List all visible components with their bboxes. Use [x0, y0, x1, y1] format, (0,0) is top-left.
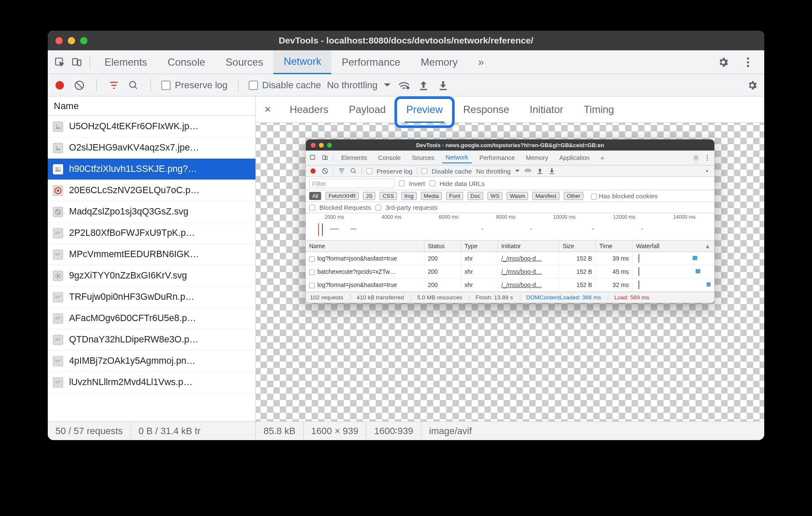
svg-point-16 — [56, 168, 57, 169]
window-title: DevTools - localhost:8080/docs/devtools/… — [48, 35, 764, 46]
request-row[interactable]: O2slJEHG9avKV4aqzSx7.jpe… — [48, 137, 255, 159]
inner-tab-sources: Sources — [409, 153, 438, 163]
request-row[interactable]: h90CtfziXluvh1LSSKJE.png?… — [48, 159, 255, 180]
close-window-button[interactable] — [55, 37, 63, 44]
tab-performance[interactable]: Performance — [331, 50, 410, 74]
svg-rect-30 — [55, 319, 60, 319]
svg-rect-29 — [55, 317, 61, 318]
svg-rect-23 — [55, 255, 60, 255]
device-toggle-icon[interactable] — [68, 54, 85, 71]
detail-tab-response[interactable]: Response — [458, 96, 514, 123]
separator — [90, 56, 90, 69]
inner-type-wasm: Wasm — [507, 192, 528, 200]
request-row[interactable]: 20E6CLcSzNV2GELQu7oC.p… — [48, 180, 255, 201]
request-row[interactable]: 4pIMBj7zOAk1y5Agmmoj.pn… — [48, 351, 255, 372]
inner-titlebar: DevTools - news.google.com/topstories?hl… — [306, 139, 714, 151]
file-type-icon — [53, 313, 63, 324]
detail-tab-initiator[interactable]: Initiator — [525, 96, 568, 123]
inner-filter-row-3: Blocked Requests 3rd-party requests — [306, 202, 714, 213]
preserve-log-checkbox[interactable]: Preserve log — [161, 80, 228, 91]
file-type-icon — [53, 356, 63, 366]
inner-gear-icon — [692, 154, 700, 162]
download-icon[interactable] — [436, 78, 450, 92]
svg-rect-9 — [420, 89, 427, 90]
record-button[interactable] — [53, 78, 67, 92]
network-conditions-icon[interactable] — [397, 78, 411, 92]
kebab-menu-icon[interactable] — [740, 54, 757, 71]
requests-sidebar: Name U5OHzQL4tEKFr6OFIxWK.jp…O2slJEHG9av… — [48, 96, 256, 421]
tab-sources[interactable]: Sources — [215, 50, 273, 74]
request-row[interactable]: lUvzhNLllrm2Mvd4Ll1Vws.p… — [48, 372, 255, 393]
clear-icon[interactable] — [72, 78, 86, 92]
detail-tab-preview[interactable]: Preview — [401, 96, 448, 123]
inner-type-doc: Doc — [467, 192, 483, 200]
request-row[interactable]: U5OHzQL4tEKFr6OFIxWK.jp… — [48, 116, 255, 137]
panel-tabs: Elements Console Sources Network Perform… — [94, 50, 715, 74]
file-type-icon — [53, 122, 63, 132]
request-row[interactable]: 9gzXiTYY0nZzBxGI6KrV.svg — [48, 265, 255, 287]
requests-list: U5OHzQL4tEKFr6OFIxWK.jp…O2slJEHG9avKV4aq… — [48, 116, 255, 421]
detail-tab-payload[interactable]: Payload — [344, 96, 391, 123]
inner-download-icon — [548, 167, 556, 175]
svg-rect-36 — [55, 361, 60, 362]
inner-sum-requests: 102 requests — [310, 294, 343, 301]
inner-tab-more: » — [597, 153, 607, 163]
status-mime: image/avif — [421, 422, 479, 440]
request-row[interactable]: TRFujw0pi0nHF3GwDuRn.p… — [48, 287, 255, 308]
separator — [151, 79, 151, 92]
tab-elements[interactable]: Elements — [94, 50, 157, 74]
inner-wifi-icon — [524, 167, 532, 175]
inner-preserve-log-checkbox — [366, 168, 372, 174]
tab-memory[interactable]: Memory — [411, 50, 468, 74]
svg-rect-41 — [323, 156, 325, 159]
status-dimensions: 1600 × 939 — [304, 422, 367, 440]
sidebar-header[interactable]: Name — [48, 96, 255, 116]
detail-tab-headers[interactable]: Headers — [284, 96, 334, 123]
status-size: 0 B / 31.4 kB tr — [131, 422, 255, 440]
svg-point-46 — [707, 159, 708, 161]
inner-3rdparty-label: 3rd-party requests — [386, 204, 438, 211]
svg-rect-49 — [538, 173, 542, 174]
disable-cache-checkbox[interactable]: Disable cache — [249, 80, 321, 91]
svg-rect-26 — [55, 296, 61, 296]
request-row[interactable]: MPcVmmemtEEDURBN6IGK… — [48, 244, 255, 265]
file-type-icon — [53, 377, 63, 388]
maximize-window-button[interactable] — [80, 37, 87, 44]
preview-area: DevTools - news.google.com/topstories?hl… — [256, 123, 764, 421]
request-row[interactable]: QTDnaY32hLDipeRW8e3O.p… — [48, 329, 255, 351]
inner-type-fetch/xhr: Fetch/XHR — [325, 192, 359, 200]
request-row[interactable]: MadqZslZpo1sj3qQ3GsZ.svg — [48, 201, 255, 223]
inner-filter-icon — [338, 167, 345, 175]
detail-tab-timing[interactable]: Timing — [579, 96, 619, 123]
tab-console[interactable]: Console — [157, 50, 215, 74]
inner-filter-types: AllFetch/XHRJSCSSImgMediaFontDocWSWasmMa… — [306, 190, 714, 202]
file-type-icon — [53, 292, 63, 302]
inner-tab-console: Console — [374, 153, 404, 163]
filter-icon[interactable] — [107, 78, 121, 92]
inner-disable-cache-checkbox — [421, 168, 427, 174]
inner-table-row: log?format=json&hasfast=true200xhr/_/mss… — [306, 252, 714, 265]
svg-rect-38 — [55, 381, 61, 382]
request-name: h90CtfziXluvh1LSSKJE.png?… — [69, 164, 197, 174]
settings-gear-icon[interactable] — [715, 54, 732, 71]
detail-pane: × Headers Payload Preview Response Initi… — [256, 96, 764, 421]
tab-network[interactable]: Network — [273, 50, 331, 74]
network-settings-gear-icon[interactable] — [745, 78, 759, 92]
upload-icon[interactable] — [417, 78, 430, 92]
preview-inner-devtools: DevTools - news.google.com/topstories?hl… — [305, 139, 715, 303]
close-icon[interactable]: × — [261, 103, 274, 116]
inner-type-ws: WS — [487, 192, 502, 200]
svg-rect-40 — [310, 155, 315, 159]
svg-rect-22 — [55, 253, 61, 254]
tab-more[interactable]: » — [468, 50, 494, 74]
throttling-select[interactable]: No throttling — [327, 80, 392, 91]
inner-window-title: DevTools - news.google.com/topstories?hl… — [306, 142, 714, 148]
inspect-element-icon[interactable] — [51, 54, 68, 71]
inner-table-row: batchexecute?rpcids=xZTw…200xhr/_/mss/bo… — [306, 265, 714, 278]
search-icon[interactable] — [127, 78, 140, 92]
request-row[interactable]: 2P2L80XfBoFWJFxU9TpK.p… — [48, 223, 255, 244]
request-row[interactable]: AFacMOgv6D0CFTr6U5e8.p… — [48, 308, 255, 329]
minimize-window-button[interactable] — [68, 37, 75, 44]
panels-tabstrip: Elements Console Sources Network Perform… — [48, 50, 764, 74]
request-name: 2P2L80XfBoFWJFxU9TpK.p… — [69, 228, 195, 238]
